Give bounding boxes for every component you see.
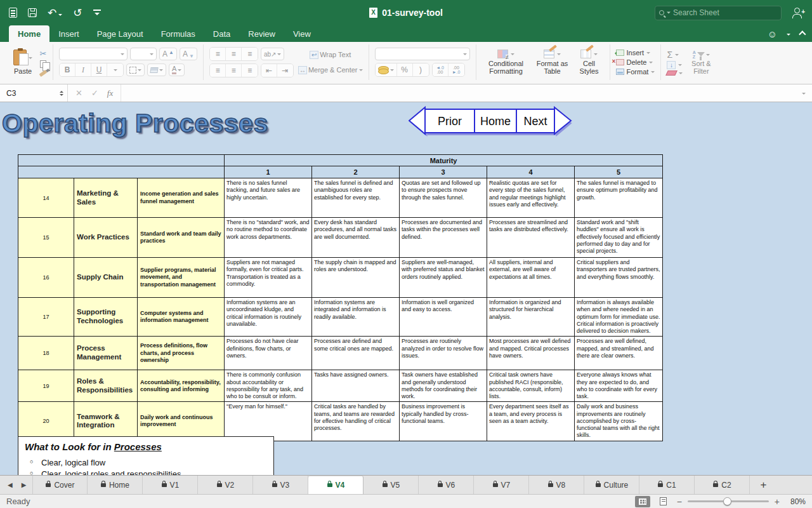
toolbar-menu-icon[interactable] (93, 9, 101, 17)
cell-reference-input[interactable] (6, 89, 38, 98)
maturity-level-cell[interactable]: Every desk has standard procedures, and … (312, 218, 400, 258)
undo-caret-icon[interactable] (58, 14, 62, 18)
maturity-level-cell[interactable]: Information systems are integrated and i… (312, 298, 400, 337)
sheet-tab[interactable]: Culture (584, 476, 639, 494)
description-cell[interactable]: Computer systems and information managem… (138, 298, 225, 337)
maturity-level-cell[interactable]: Processes do not have clear definitions,… (225, 337, 312, 370)
align-right-button[interactable]: ≡ (242, 64, 258, 77)
comma-style-button[interactable]: ) (413, 64, 429, 76)
stepper-down-icon[interactable] (60, 94, 63, 98)
format-as-table-button[interactable]: Format as Table (535, 50, 570, 75)
zoom-out-button[interactable]: − (677, 497, 682, 507)
sheet-tab[interactable]: V3 (253, 476, 308, 494)
ribbon-tab[interactable]: Data (204, 25, 239, 42)
fill-color-button[interactable] (147, 64, 166, 76)
description-cell[interactable]: Supplier programs, material movement, an… (138, 258, 225, 298)
ribbon-tab[interactable]: Review (239, 25, 284, 42)
sort-filter-button[interactable]: AZ Sort & Filter (687, 50, 715, 75)
maturity-level-cell[interactable]: Critical tasks are handled by teams, and… (312, 402, 400, 441)
maturity-level-cell[interactable]: Tasks have assigned owners. (312, 370, 400, 402)
maturity-level-cell[interactable]: The supply chain is mapped and roles are… (312, 258, 400, 298)
maturity-level-cell[interactable]: Suppliers are well-managed, with preferr… (400, 258, 487, 298)
add-sheet-button[interactable]: + (750, 476, 776, 494)
search-input[interactable] (673, 8, 777, 17)
normal-view-button[interactable] (635, 496, 650, 507)
sheet-tab[interactable]: V8 (529, 476, 584, 494)
maturity-level-cell[interactable]: Quotas are set and followed up to ensure… (400, 178, 487, 218)
maturity-level-cell[interactable]: Processes are well defined, mapped, and … (575, 337, 663, 370)
clear-button[interactable] (667, 70, 683, 76)
maturity-level-cell[interactable]: "Every man for himself." (225, 402, 312, 441)
borders-button[interactable] (126, 64, 145, 76)
ribbon-tab[interactable]: Insert (49, 25, 88, 42)
copy-icon[interactable] (40, 60, 46, 68)
row-number-cell[interactable]: 14 (18, 178, 74, 218)
name-box-stepper[interactable] (56, 84, 68, 102)
zoom-in-button[interactable]: + (775, 497, 780, 507)
underline-button[interactable]: U (91, 64, 107, 76)
align-center-button[interactable]: ≡ (226, 64, 242, 77)
collapse-ribbon-icon[interactable] (799, 30, 806, 37)
description-cell[interactable]: Daily work and continuous improvement (138, 402, 225, 441)
nav-prior-button[interactable]: Prior (425, 109, 475, 133)
description-cell[interactable]: Standard work and team daily practices (138, 218, 225, 258)
insert-function-icon[interactable]: fx (107, 88, 113, 98)
maturity-level-cell[interactable]: Task owners have established and general… (400, 370, 487, 402)
description-cell[interactable]: Process definitions, flow charts, and pr… (138, 337, 225, 370)
italic-button[interactable]: I (75, 64, 91, 76)
maturity-level-cell[interactable]: Processes are streamlined and tasks are … (487, 218, 575, 258)
sheet-tab[interactable]: V6 (419, 476, 474, 494)
category-cell[interactable]: Marketing & Sales (74, 178, 138, 218)
search-caret-icon[interactable] (667, 12, 671, 16)
maturity-level-cell[interactable]: The sales funnel is managed to ensure op… (575, 178, 663, 218)
formula-input[interactable] (121, 84, 796, 102)
align-bottom-button[interactable]: ≡ (242, 48, 258, 60)
zoom-slider[interactable] (688, 500, 769, 502)
percent-button[interactable]: % (397, 64, 413, 76)
prev-sheet-button[interactable]: ◀ (8, 481, 13, 488)
sheet-tab[interactable]: C1 (639, 476, 695, 494)
row-number-cell[interactable]: 15 (18, 218, 74, 258)
worksheet[interactable]: Operating Processes Prior Home Next (0, 102, 812, 475)
zoom-slider-thumb[interactable] (723, 497, 731, 505)
sheet-tab[interactable]: Home (88, 476, 143, 494)
font-size-select[interactable] (130, 48, 157, 60)
name-box[interactable] (0, 84, 56, 102)
sheet-tab[interactable]: C2 (695, 476, 750, 494)
maturity-level-cell[interactable]: Information is always available when and… (575, 298, 663, 337)
maturity-level-cell[interactable]: There is commonly confusion about accoun… (225, 370, 312, 402)
maturity-level-cell[interactable]: Everyone always knows what they are expe… (575, 370, 663, 402)
enter-icon[interactable]: ✓ (91, 88, 98, 98)
maturity-level-cell[interactable]: Realistic quotas are set for every step … (487, 178, 575, 218)
row-number-cell[interactable]: 20 (18, 402, 74, 441)
decrease-font-button[interactable]: A▼ (180, 48, 197, 60)
maturity-level-cell[interactable]: All suppliers, internal and external, ar… (487, 258, 575, 298)
stepper-up-icon[interactable] (60, 89, 63, 93)
nav-left-arrowhead[interactable] (409, 107, 425, 134)
maturity-header-cell[interactable]: Maturity (225, 155, 663, 166)
undo-icon[interactable]: ↶ (48, 8, 62, 18)
decrease-decimal-button[interactable]: .00►.0 (449, 64, 464, 76)
sheet-tab[interactable]: V4 (308, 476, 363, 494)
delete-cells-button[interactable]: Delete (616, 58, 655, 66)
maturity-level-cell[interactable]: Most processes are well defined and mapp… (487, 337, 575, 370)
row-number-cell[interactable]: 18 (18, 337, 74, 370)
sheet-tab[interactable]: V1 (143, 476, 198, 494)
maturity-level-cell[interactable]: There is no "standard" work, and no rout… (225, 218, 312, 258)
share-icon[interactable]: + (792, 8, 803, 18)
level-header-cell[interactable]: 4 (487, 166, 575, 178)
format-painter-icon[interactable] (39, 70, 48, 77)
cut-icon[interactable]: ✂ (40, 50, 47, 58)
row-number-cell[interactable]: 19 (18, 370, 74, 402)
conditional-formatting-button[interactable]: Conditional Formatting (482, 50, 530, 75)
category-cell[interactable]: Process Management (74, 337, 138, 370)
merge-center-button[interactable]: ↔Merge & Center (298, 64, 363, 76)
maturity-level-cell[interactable]: There is no sales funnel tracking, and f… (225, 178, 312, 218)
maturity-level-cell[interactable]: Critical task owners have published RACI… (487, 370, 575, 402)
underline-caret-icon[interactable] (107, 64, 123, 76)
category-cell[interactable]: Supporting Technologies (74, 298, 138, 337)
maturity-level-cell[interactable]: Information systems are an uncoordinated… (225, 298, 312, 337)
maturity-level-cell[interactable]: Processes are routinely analyzed in orde… (400, 337, 487, 370)
bold-button[interactable]: B (60, 64, 75, 76)
wrap-text-button[interactable]: ↩Wrap Text (298, 48, 363, 61)
